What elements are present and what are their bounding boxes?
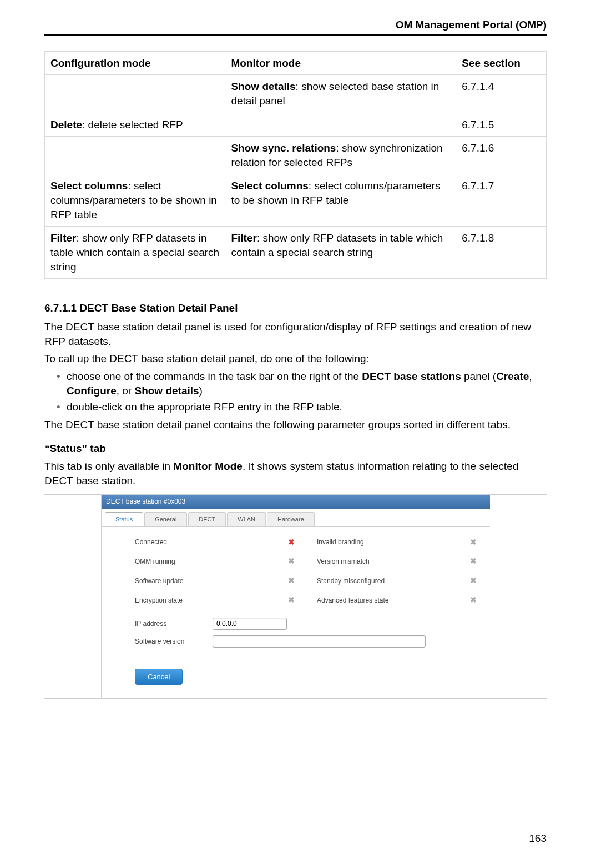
ip-address-field[interactable] bbox=[213, 618, 287, 630]
th-see-section: See section bbox=[456, 51, 547, 75]
header-rule bbox=[44, 34, 547, 36]
cross-icon: ✖ bbox=[288, 595, 295, 605]
table-row: Filter: show only RFP datasets in table … bbox=[45, 227, 547, 279]
body-paragraph: The DECT base station detail panel is us… bbox=[44, 320, 547, 348]
cross-icon: ✖ bbox=[470, 537, 477, 548]
status-field: Software update ✖ bbox=[135, 575, 295, 586]
table-row: Show sync. relations: show synchronizati… bbox=[45, 137, 547, 174]
status-field: OMM running ✖ bbox=[135, 556, 295, 566]
status-field: Standby misconfigured ✖ bbox=[317, 575, 477, 586]
panel-title: DECT base station #0x003 bbox=[102, 495, 490, 508]
status-field: Advanced features state ✖ bbox=[317, 595, 477, 605]
feature-table: Configuration mode Monitor mode See sect… bbox=[44, 51, 547, 279]
dect-detail-panel: DECT base station #0x003 Status General … bbox=[101, 495, 490, 698]
body-paragraph: To call up the DECT base station detail … bbox=[44, 352, 547, 366]
list-item: choose one of the commands in the task b… bbox=[57, 369, 547, 398]
status-tab-heading: “Status” tab bbox=[44, 441, 547, 456]
table-row: Show details: show selected base station… bbox=[45, 75, 547, 113]
ip-address-label: IP address bbox=[135, 619, 213, 628]
cross-icon: ✖ bbox=[288, 537, 295, 548]
tab-dect[interactable]: DECT bbox=[188, 512, 226, 526]
table-row: Delete: delete selected RFP 6.7.1.5 bbox=[45, 113, 547, 137]
cross-icon: ✖ bbox=[470, 575, 477, 586]
status-field: Encryption state ✖ bbox=[135, 595, 295, 605]
screenshot-frame: DECT base station #0x003 Status General … bbox=[44, 494, 547, 699]
tab-general[interactable]: General bbox=[144, 512, 187, 526]
status-field: Version mismatch ✖ bbox=[317, 556, 477, 566]
tab-hardware[interactable]: Hardware bbox=[267, 512, 315, 526]
page-number: 163 bbox=[529, 831, 547, 846]
cancel-button[interactable]: Cancel bbox=[135, 669, 183, 685]
software-version-label: Software version bbox=[135, 637, 213, 646]
status-field: Invalid branding ✖ bbox=[317, 537, 477, 548]
tab-content-status: Connected ✖ Invalid branding ✖ OMM runni… bbox=[102, 526, 490, 699]
tab-bar: Status General DECT WLAN Hardware bbox=[105, 512, 490, 526]
cross-icon: ✖ bbox=[470, 595, 477, 605]
tab-wlan[interactable]: WLAN bbox=[227, 512, 266, 526]
table-row: Select columns: select columns/parameter… bbox=[45, 174, 547, 227]
section-heading: 6.7.1.1 DECT Base Station Detail Panel bbox=[44, 301, 547, 315]
software-version-field[interactable] bbox=[213, 635, 426, 648]
body-paragraph: The DECT base station detail panel conta… bbox=[44, 418, 547, 432]
tab-status[interactable]: Status bbox=[105, 512, 143, 526]
list-item: double-click on the appropriate RFP entr… bbox=[57, 400, 547, 414]
cross-icon: ✖ bbox=[288, 575, 295, 586]
body-paragraph: This tab is only available in Monitor Mo… bbox=[44, 459, 547, 488]
cross-icon: ✖ bbox=[470, 556, 477, 566]
running-header: OM Management Portal (OMP) bbox=[44, 18, 547, 32]
th-monitor-mode: Monitor mode bbox=[225, 51, 456, 75]
th-config-mode: Configuration mode bbox=[45, 51, 225, 75]
status-field: Connected ✖ bbox=[135, 537, 295, 548]
cross-icon: ✖ bbox=[288, 556, 295, 566]
